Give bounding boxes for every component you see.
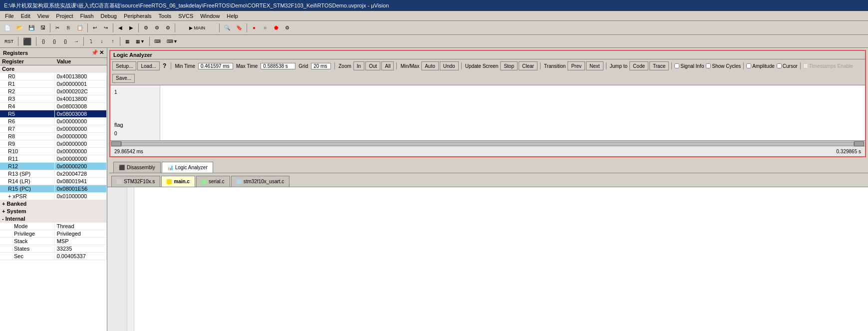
nav-back-button[interactable]: ◀	[115, 23, 125, 33]
bookmark-button[interactable]: 🔖	[234, 23, 245, 33]
scroll-track[interactable]	[121, 142, 854, 146]
menu-project[interactable]: Project	[53, 12, 76, 20]
build3-button[interactable]: ⚙	[163, 23, 173, 33]
step-into-button[interactable]: ↓	[97, 36, 107, 46]
menu-file[interactable]: File	[2, 12, 17, 20]
la-save-button[interactable]: Save...	[112, 74, 135, 83]
target-select[interactable]: ▶ MAIN	[177, 23, 217, 33]
serial-tab-label: serial.c	[209, 179, 225, 184]
toolbar-sep4	[138, 23, 139, 32]
search-button[interactable]: 🔍	[222, 23, 233, 33]
toolbar-sep6	[219, 23, 220, 32]
la-stop-button[interactable]: Stop	[500, 61, 518, 70]
la-sep2	[334, 62, 335, 69]
scroll-right-btn[interactable]	[854, 141, 864, 146]
main-layout: Registers 📌 ✕ Register Value CoreR00x400…	[0, 48, 868, 331]
la-zoom-out-button[interactable]: Out	[365, 61, 380, 70]
registers-pin-icon[interactable]: 📌	[91, 49, 98, 56]
save-all-button[interactable]: 🖫	[38, 23, 48, 33]
toolbar2-sep4	[120, 37, 120, 46]
stop-button[interactable]: ○	[260, 23, 270, 33]
code-content[interactable]	[134, 187, 868, 331]
run-button[interactable]: ●	[249, 23, 259, 33]
la-signalinfo-check[interactable]: Signal Info	[674, 63, 704, 69]
open-button[interactable]: 📂	[14, 23, 25, 33]
la-question-btn[interactable]: ?	[161, 62, 168, 69]
toolbar2-sep5	[149, 37, 150, 46]
debug-button[interactable]: ⬟	[271, 23, 281, 33]
la-timestamps-check[interactable]: Timestamps Enable	[803, 63, 853, 69]
register-name: + Banked	[0, 200, 54, 208]
menu-edit[interactable]: Edit	[18, 12, 33, 20]
menu-debug[interactable]: Debug	[98, 12, 120, 20]
rst-button[interactable]: RST	[2, 36, 16, 46]
tab-disassembly[interactable]: ⬛ Disassembly	[113, 162, 161, 173]
settings-button[interactable]: ⚙	[282, 23, 292, 33]
la-amplitude-checkbox[interactable]	[746, 63, 751, 68]
la-showcycles-checkbox[interactable]	[706, 63, 711, 68]
menu-help[interactable]: Help	[224, 12, 241, 20]
panel-tabs: ⬛ Disassembly 📊 Logic Analyzer	[109, 159, 868, 173]
la-code-button[interactable]: Code	[629, 61, 648, 70]
braces1-button[interactable]: {}	[38, 36, 48, 46]
la-scrollbar[interactable]	[110, 140, 865, 146]
step-out-button[interactable]: ↑	[108, 36, 118, 46]
la-zoom-all-button[interactable]: All	[381, 61, 394, 70]
la-cursor-check[interactable]: Cursor	[777, 63, 798, 69]
register-name: Mode	[0, 223, 54, 230]
code-tab-main[interactable]: main.c	[161, 176, 195, 187]
mem1-button[interactable]: ▦	[122, 36, 132, 46]
code-tab-serial[interactable]: serial.c	[196, 176, 230, 187]
menu-window[interactable]: Window	[197, 12, 223, 20]
nav-fwd-button[interactable]: ▶	[126, 23, 136, 33]
braces2-button[interactable]: {}	[49, 36, 59, 46]
step-over-button[interactable]: ⤵	[86, 36, 96, 46]
la-trace-button[interactable]: Trace	[649, 61, 669, 70]
la-showcycles-check[interactable]: Show Cycles	[706, 63, 741, 69]
register-value: 0.00405337	[54, 253, 106, 260]
undo-button[interactable]: ↩	[90, 23, 100, 33]
cut-button[interactable]: ✂	[52, 23, 62, 33]
la-auto-button[interactable]: Auto	[421, 61, 439, 70]
redo-button[interactable]: ↪	[101, 23, 111, 33]
la-amplitude-check[interactable]: Amplitude	[746, 63, 774, 69]
menu-peripherals[interactable]: Peripherals	[121, 12, 155, 20]
la-timestamps-checkbox[interactable]	[803, 63, 808, 68]
la-signalinfo-checkbox[interactable]	[674, 63, 679, 68]
registers-close-icon[interactable]: ✕	[99, 49, 104, 56]
code-tab-usart[interactable]: stm32f10x_usart.c	[231, 176, 290, 187]
braces3-button[interactable]: {}	[60, 36, 70, 46]
extra1-button[interactable]: ⌨	[152, 36, 163, 46]
la-next-button[interactable]: Next	[586, 61, 603, 70]
paste-button[interactable]: 📋	[74, 23, 85, 33]
la-setup-button[interactable]: Setup...	[112, 61, 136, 70]
save-button[interactable]: 💾	[26, 23, 37, 33]
la-time-left: 29.86542 ms	[114, 149, 143, 154]
la-clear-button[interactable]: Clear	[519, 61, 538, 70]
la-signal-labels: 1 flag 0	[110, 85, 160, 140]
menu-view[interactable]: View	[34, 12, 52, 20]
la-load-button[interactable]: Load...	[137, 61, 160, 70]
scroll-left-btn[interactable]	[111, 141, 121, 146]
la-cursor-checkbox[interactable]	[777, 63, 782, 68]
register-row: + xPSR0x01000000	[0, 193, 107, 200]
menu-flash[interactable]: Flash	[77, 12, 97, 20]
tab-logic-analyzer[interactable]: 📊 Logic Analyzer	[162, 162, 213, 173]
la-sep7	[671, 62, 672, 69]
code-tab-stm32f10x[interactable]: STM32F10x.s	[111, 176, 160, 187]
arrow-button[interactable]: →	[71, 36, 81, 46]
menu-svcs[interactable]: SVCS	[175, 12, 196, 20]
extra2-button[interactable]: ⌨▼	[164, 36, 180, 46]
register-value: 0x00000001	[54, 80, 106, 88]
register-value	[54, 65, 106, 73]
la-prev-button[interactable]: Prev	[568, 61, 585, 70]
build-button[interactable]: ⚙	[141, 23, 151, 33]
menu-tools[interactable]: Tools	[156, 12, 175, 20]
la-undo-button[interactable]: Undo	[440, 61, 459, 70]
new-button[interactable]: 📄	[2, 23, 13, 33]
copy-button[interactable]: ⎘	[63, 23, 73, 33]
mem2-button[interactable]: ▦▼	[133, 36, 147, 46]
la-zoom-in-button[interactable]: In	[353, 61, 364, 70]
build2-button[interactable]: ⚙	[152, 23, 162, 33]
stop2-button[interactable]: ⬛	[20, 36, 34, 46]
